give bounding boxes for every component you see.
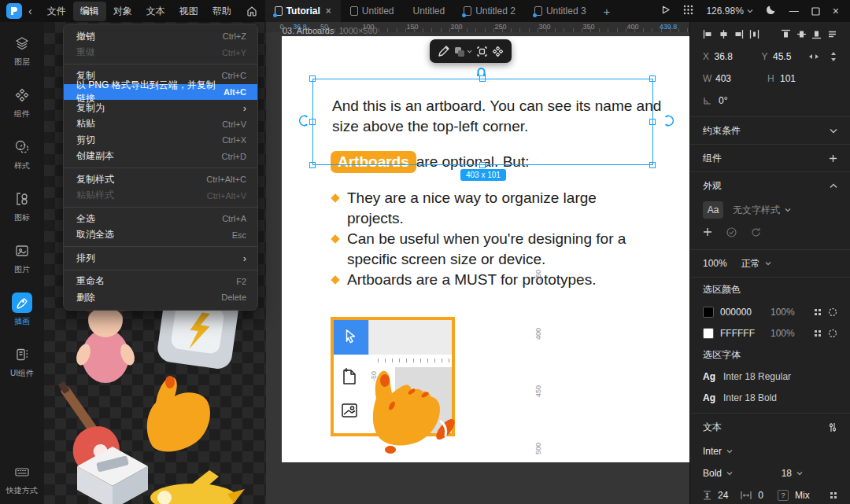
color-swatch-white[interactable] [703,328,714,339]
menu-item-deselect-all[interactable]: 取消全选Esc [64,227,257,244]
menu-item-copy-style[interactable]: 复制样式Ctrl+Alt+C [64,171,257,188]
color-opacity[interactable]: 100% [771,307,799,318]
text-settings-icon[interactable] [828,422,837,432]
color-hex[interactable]: 000000 [720,307,764,318]
menu-item-cut[interactable]: 剪切Ctrl+X [64,132,257,149]
menu-view[interactable]: 视图 [172,2,205,21]
detach-color-icon[interactable] [828,329,837,338]
color-swatch-black[interactable] [703,307,714,318]
x-input[interactable]: 36.8 [715,51,748,62]
text-style-dropdown[interactable]: 无文字样式 [733,204,791,217]
selection-font-row[interactable]: Ag Inter 18 Regular [703,366,837,387]
canvas-area[interactable]: 0 36.8 50 100 150 200 250 300 350 400 43… [266,22,689,504]
rotation-input[interactable]: 0° [719,95,756,106]
menu-item-paste[interactable]: 粘贴Ctrl+V [64,116,257,133]
constraints-section[interactable]: 约束条件 [703,117,837,144]
paragraph-spacing-value[interactable]: Mix [795,490,810,501]
h-input[interactable]: 101 [780,73,818,84]
chevron-up-icon[interactable] [830,183,837,189]
add-style-icon[interactable] [703,227,712,237]
component-tool-icon[interactable] [492,46,504,57]
reset-style-icon[interactable] [751,227,761,237]
menu-help[interactable]: 帮助 [205,2,238,21]
tab-untitled-4[interactable]: Untitled 3 [525,0,596,22]
illustration-plane[interactable] [135,462,253,504]
menu-item-export-png-link[interactable]: 以 PNG 格式导出到云端，并复制链接Alt+C [64,84,257,101]
rail-item-components[interactable]: 组件 [12,85,32,120]
color-hex[interactable]: FFFFFF [720,328,764,339]
play-icon[interactable] [660,4,671,18]
align-bottom-icon[interactable] [811,29,822,39]
tab-untitled-1[interactable]: Untitled [341,0,404,22]
chevron-down-icon[interactable] [830,128,837,134]
align-top-icon[interactable] [781,29,791,39]
text-style-sample[interactable]: Aa [703,201,723,219]
grid-apps-icon[interactable] [683,4,693,18]
theme-moon-icon[interactable] [766,4,777,18]
letter-spacing-input[interactable]: 0 [758,490,763,501]
tab-untitled-2[interactable]: Untitled [403,0,454,22]
rail-item-ui-kit[interactable]: UI组件 [10,344,34,379]
tab-untitled-3[interactable]: Untitled 2 [454,0,525,22]
component-section[interactable]: 组件 [703,145,837,171]
home-icon[interactable] [246,6,257,17]
minimize-button[interactable]: — [789,6,799,17]
tab-close-icon[interactable]: × [326,6,331,17]
menu-edit[interactable]: 编辑 [73,2,106,21]
new-tab-button[interactable]: + [596,5,619,18]
menu-item-undo[interactable]: 撤销Ctrl+Z [64,28,257,45]
font-family-dropdown[interactable]: Inter [703,440,837,462]
font-weight-dropdown[interactable]: Bold [703,468,733,479]
align-right-icon[interactable] [734,29,744,39]
menu-item-arrange[interactable]: 排列› [64,250,257,267]
align-center-h-icon[interactable] [719,29,729,39]
line-height-input[interactable]: 24 [718,490,728,501]
blend-mode-dropdown[interactable]: 正常 [741,257,771,270]
font-size-dropdown[interactable]: 18 [782,468,803,479]
selection-box[interactable] [312,79,653,165]
align-left-icon[interactable] [703,29,713,39]
tab-tutorial[interactable]: Tutorial × [265,0,341,22]
close-button[interactable]: × [833,5,839,17]
apply-style-icon[interactable] [726,227,737,237]
opacity-input[interactable]: 100% [703,258,727,269]
distribute-h-icon[interactable] [749,29,759,39]
rail-item-illustrations[interactable]: 插画 [12,292,32,327]
menu-object[interactable]: 对象 [106,2,139,21]
add-component-icon[interactable] [829,154,837,163]
color-opacity[interactable]: 100% [771,328,799,339]
text-height-handle-left[interactable] [298,115,309,130]
shapes-tool-icon[interactable] [453,46,472,57]
flip-vertical-icon[interactable] [830,52,837,61]
back-button[interactable]: ‹ [22,5,40,17]
menu-item-select-all[interactable]: 全选Ctrl+A [64,211,257,227]
edit-pencil-icon[interactable] [438,46,449,57]
menu-item-delete[interactable]: 删除Delete [64,289,257,306]
menu-file[interactable]: 文件 [40,2,73,21]
rail-item-shortcuts[interactable]: 快捷方式 [6,462,38,496]
appearance-section[interactable]: 外观 [703,172,837,199]
text-styles-grid-icon[interactable] [830,491,837,499]
maximize-button[interactable] [811,7,820,16]
frame-tool-icon[interactable] [476,46,488,57]
rail-item-images[interactable]: 图片 [12,241,32,275]
artboard-label[interactable]: 03. Artboards1000×500 [283,26,378,35]
menu-text[interactable]: 文本 [139,2,172,21]
styles-grid-icon[interactable] [814,329,822,337]
menu-item-rename[interactable]: 重命名F2 [64,274,257,290]
rail-item-icons[interactable]: 图标 [12,189,32,223]
artboard-bullet-list[interactable]: They are a nice way to organize large pr… [331,188,631,290]
detach-color-icon[interactable] [828,307,837,317]
text-height-handle-right[interactable] [664,115,674,130]
styles-grid-icon[interactable] [814,308,822,316]
rail-item-layers[interactable]: 图层 [12,33,32,68]
y-input[interactable]: 45.5 [773,51,806,62]
w-input[interactable]: 403 [715,73,753,84]
rail-item-styles[interactable]: 样式 [12,137,32,171]
menu-item-duplicate[interactable]: 创建副本Ctrl+D [64,149,257,165]
flip-horizontal-icon[interactable] [809,53,819,61]
align-middle-v-icon[interactable] [796,29,807,39]
selection-font-row[interactable]: Ag Inter 18 Bold [703,387,837,408]
artboard-name[interactable]: 03. Artboards [283,26,334,35]
zoom-level-dropdown[interactable]: 126.98% [706,6,752,17]
